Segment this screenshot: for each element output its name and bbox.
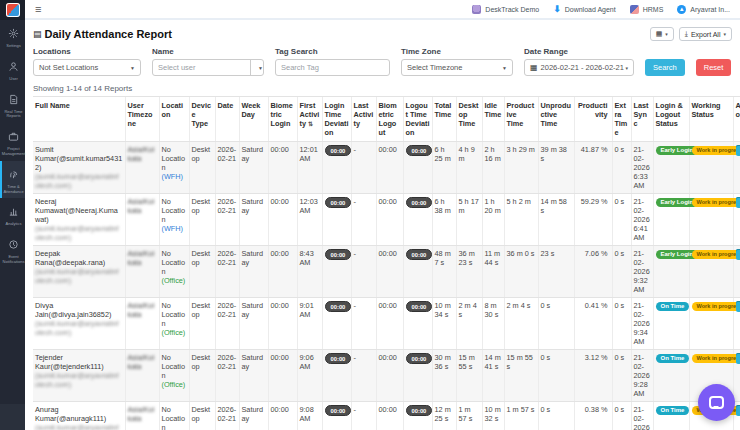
cell-week-day: Saturday (239, 402, 268, 430)
col-header-login-logout-status: Login & Logout Status (653, 97, 689, 142)
sidebar-item-user[interactable]: User (0, 53, 25, 86)
user-name[interactable]: Sumit Kumar(@sumit.kumar54312) (35, 145, 122, 172)
cell-biometric-logout: 00:00 (376, 142, 403, 194)
activity-detail-icon[interactable] (736, 249, 740, 260)
activity-detail-icon[interactable] (736, 197, 740, 208)
cell-user-timezone: Asia/Kolkata (125, 402, 159, 430)
sort-icon[interactable]: ⇅ (308, 121, 313, 127)
sidebar-item-time-attendance[interactable]: Time & Attendance (0, 161, 25, 199)
download-icon: ⬇ (553, 5, 561, 14)
location-text: No Location (162, 353, 186, 380)
user-timezone: Asia/Kolkata (128, 197, 155, 215)
cell-unproductive-time: 14 m 58 s (538, 194, 574, 246)
report-list-icon: ▤ (33, 29, 42, 39)
sidebar-item-label: Project Management (2, 147, 25, 157)
topbar-link-download-agent[interactable]: ⬇Download Agent (553, 5, 616, 14)
user-select[interactable]: Select user▼ (152, 59, 264, 76)
col-header-last-sync: Last Sync (631, 97, 653, 142)
table-header-row: Full NameUser TimezoneLocationDevice Typ… (33, 97, 740, 142)
search-button[interactable]: Search (645, 59, 685, 76)
cell-productivity: 3.12 % (574, 350, 612, 402)
location-tag-link[interactable]: (Office) (162, 328, 186, 337)
cell-biometric-login: 00:00 (268, 142, 297, 194)
user-name[interactable]: Divya Jain(@divya.jain36852) (35, 301, 111, 319)
cell-date: 2026-02-21 (215, 246, 239, 298)
user-timezone: Asia/Kolkata (128, 145, 155, 163)
sidebar-item-label: Settings (6, 44, 20, 49)
topbar-link-account[interactable]: ▲Aryavrat In... (677, 5, 730, 14)
reset-button[interactable]: Reset (696, 59, 732, 76)
cell-desktop-time: 2 m 4 s (456, 298, 482, 350)
working-status-badge: Work in progress (692, 250, 740, 259)
cell-biometric-login: 00:00 (268, 194, 297, 246)
clock-icon (8, 236, 19, 254)
app-logo[interactable] (0, 0, 25, 20)
sidebar: SettingsUserReal Time ReportsProject Man… (0, 0, 25, 430)
location-tag-link[interactable]: (Office) (162, 380, 186, 389)
sidebar-footer[interactable] (0, 404, 25, 430)
chart-icon (8, 203, 19, 221)
cell-unproductive-time: 0 s (538, 402, 574, 430)
activity-detail-icon[interactable] (736, 353, 740, 364)
chevron-down-icon: ▾ (625, 65, 628, 71)
cell-date: 2026-02-21 (215, 194, 239, 246)
cell-unproductive-time: 0 s (538, 298, 574, 350)
tag-search-input[interactable]: Search Tag (275, 59, 390, 76)
export-icon: ⤓ (685, 30, 688, 38)
user-name[interactable]: Anurag Kumar(@anuragk111) (35, 405, 106, 423)
chevron-down-icon: ▼ (250, 60, 263, 75)
activity-detail-icon[interactable] (736, 405, 740, 416)
cell-productivity: 7.06 % (574, 246, 612, 298)
cell-productive-time: 3 h 29 m (504, 142, 538, 194)
columns-toggle-button[interactable]: ▦▾ (650, 27, 674, 41)
cell-login-logout-status: On Time (653, 350, 689, 402)
timezone-select[interactable]: Select Timezone▼ (401, 59, 513, 76)
sidebar-item-analytics[interactable]: Analytics (0, 198, 25, 231)
menu-toggle-icon[interactable]: ≡ (35, 4, 41, 15)
cell-biometric-login: 00:00 (268, 246, 297, 298)
col-header-extra-time: Extra Time (612, 97, 631, 142)
location-tag-link[interactable]: (WFH) (162, 172, 183, 181)
activity-detail-icon[interactable] (736, 301, 740, 312)
export-all-button[interactable]: ⤓Export All▾ (679, 27, 732, 41)
location-tag-link[interactable]: (WFH) (162, 224, 183, 233)
cell-desktop-time: 36 m 23 s (456, 246, 482, 298)
cell-total-time: 10 m 34 s (432, 298, 456, 350)
attendance-table-wrapper[interactable]: Full NameUser TimezoneLocationDevice Typ… (33, 96, 740, 430)
cell-week-day: Saturday (239, 142, 268, 194)
logout-deviation-badge: 00:00 (406, 405, 433, 416)
sidebar-item-real-time-reports[interactable]: Real Time Reports (0, 86, 25, 124)
name-label: Name (152, 47, 264, 56)
daterange-picker[interactable]: ▦2026-02-21 - 2026-02-21▾ (524, 59, 634, 76)
cell-login-logout-status: On Time (653, 298, 689, 350)
cell-extra-time: 0 s (612, 350, 631, 402)
table-row: Anurag Kumar(@anuragk111)(sumit.kumar@ar… (33, 402, 740, 430)
user-name[interactable]: Deepak Rana(@deepak.rana) (35, 249, 105, 267)
cell-logout-time-deviation: 00:00 (403, 246, 432, 298)
cell-first-activity: 12:01 AM (297, 142, 322, 194)
cell-device-type: Desktop (189, 402, 215, 430)
col-header-login-time-deviation: Login Time Deviation (322, 97, 351, 142)
cell-idle-time: 1 h 20 m (482, 194, 504, 246)
locations-select[interactable]: Not Set Locations▼ (33, 59, 141, 76)
topbar-link-hrms[interactable]: HRMS (630, 5, 664, 14)
sidebar-item-settings[interactable]: Settings (0, 20, 25, 53)
cell-login-time-deviation: 00:00 (322, 194, 351, 246)
sidebar-item-event-notifications[interactable]: Event Notifications (0, 231, 25, 269)
attendance-table: Full NameUser TimezoneLocationDevice Typ… (33, 97, 740, 430)
cell-last-sync: 21-02-2026 9:41 AM (631, 402, 653, 430)
report-icon (8, 91, 19, 109)
user-name[interactable]: Neeraj Kumawat(@Neeraj.Kumawat) (35, 197, 118, 224)
location-text: No Location (162, 145, 186, 172)
logout-deviation-badge: 00:00 (406, 145, 433, 156)
chat-widget-button[interactable] (698, 384, 735, 421)
activity-detail-icon[interactable] (736, 145, 740, 156)
table-row: Divya Jain(@divya.jain36852)(sumit.kumar… (33, 298, 740, 350)
location-tag-link[interactable]: (Office) (162, 276, 186, 285)
user-name[interactable]: Tejender Kaur(@tejenderk111) (35, 353, 104, 371)
sidebar-item-project-management[interactable]: Project Management (0, 123, 25, 161)
cell-total-time: 6 h 38 m (432, 194, 456, 246)
cell-desktop-time: 4 h 9 m (456, 142, 482, 194)
col-header-first-activity[interactable]: First Activity ⇅ (297, 97, 322, 142)
topbar-link-desktrack-demo[interactable]: DeskTrack Demo (472, 5, 539, 14)
